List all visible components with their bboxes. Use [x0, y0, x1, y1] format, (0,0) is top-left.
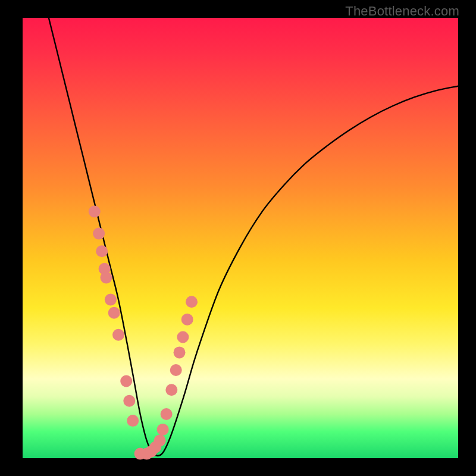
- highlight-dot: [174, 346, 186, 358]
- plot-area: [23, 18, 458, 458]
- highlight-dot: [186, 296, 198, 308]
- highlight-dot: [157, 424, 169, 436]
- highlight-dot: [96, 245, 108, 257]
- chart-frame: TheBottleneck.com: [0, 0, 476, 476]
- highlight-dot: [127, 415, 139, 427]
- chart-svg: [23, 18, 458, 458]
- bottleneck-curve: [49, 18, 458, 456]
- highlight-dot: [165, 384, 177, 396]
- highlight-dot: [112, 329, 124, 341]
- highlight-dot: [120, 375, 132, 387]
- highlight-dot: [181, 314, 193, 325]
- highlight-dot: [89, 206, 101, 218]
- highlight-dot: [105, 294, 117, 306]
- highlight-dot: [93, 228, 105, 240]
- highlight-dot: [123, 395, 135, 407]
- highlight-dot: [154, 434, 166, 446]
- highlight-dot: [101, 272, 112, 284]
- highlight-dot: [161, 408, 173, 420]
- highlight-dot: [177, 331, 189, 343]
- watermark-text: TheBottleneck.com: [345, 4, 459, 19]
- highlight-dot: [108, 307, 120, 319]
- highlight-dot: [170, 364, 182, 376]
